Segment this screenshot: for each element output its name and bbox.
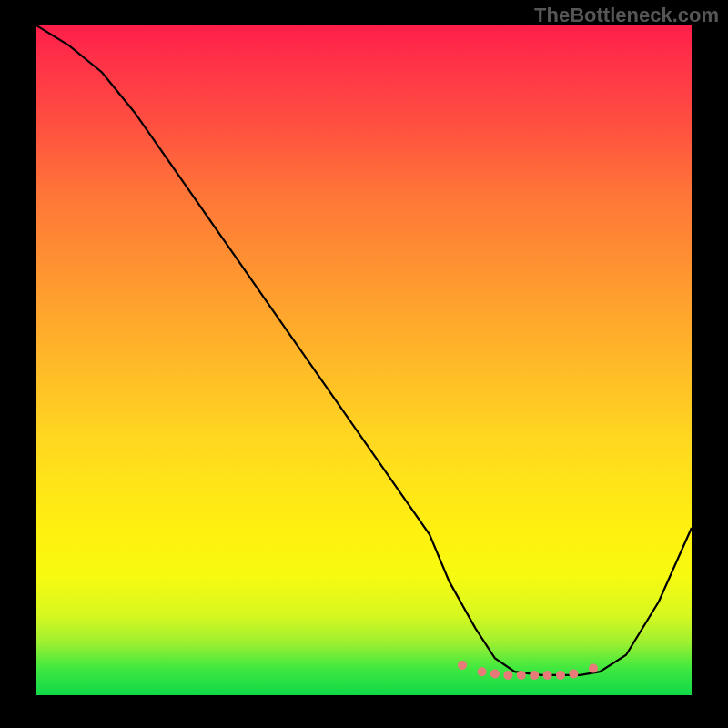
bottom-dot: [556, 671, 565, 680]
bottom-dot: [517, 671, 526, 680]
chart-plot-area: [36, 25, 692, 695]
bottom-dot: [589, 664, 598, 673]
bottom-dot: [478, 667, 487, 676]
curve-path: [36, 25, 692, 675]
bottom-dot: [543, 671, 552, 680]
bottom-dots-group: [458, 661, 598, 680]
bottom-dot: [503, 671, 512, 680]
bottom-dot: [569, 669, 578, 678]
chart-svg: [36, 25, 692, 695]
bottom-dot: [530, 671, 539, 680]
watermark-text: TheBottleneck.com: [534, 4, 719, 27]
bottom-dot: [458, 661, 467, 670]
bottom-dot: [490, 669, 500, 678]
